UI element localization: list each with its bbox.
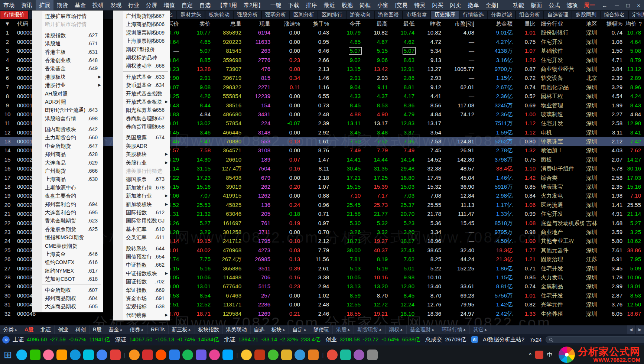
taskbar-app-icon-22[interactable] (308, 350, 319, 360)
menu-item-郑州套利合约[interactable]: 郑州套利合约.694 (32, 200, 103, 208)
menu-item-交叉汇率[interactable]: 交叉汇率.611 (113, 233, 170, 241)
menu-行业[interactable]: 行业 (125, 0, 143, 10)
toolbar-item-分类过滤[interactable]: 分类过滤 (488, 11, 515, 19)
taskbar-app-icon-16[interactable] (222, 350, 233, 360)
menu-item-国证指数[interactable]: 国证指数.702 (113, 277, 170, 286)
menu-简框[interactable]: 简框 (356, 0, 374, 10)
taskbar-app-icon-21[interactable] (295, 350, 305, 360)
taskbar-app-icon-7[interactable] (97, 350, 107, 360)
menu-item-上海商品期权[interactable]: 上海商品期权.606 (113, 20, 170, 28)
menu-item-大连商品期权[interactable]: 大连商品期权.605 (32, 302, 103, 311)
index-summary-上证[interactable]: 上证4096.60-27.59-0.67%11941亿 (13, 336, 110, 343)
column-header-region[interactable]: 地区 (584, 19, 605, 28)
menu-item-上海商品[interactable]: 上海商品.630 (32, 175, 103, 183)
tab-scroll-left[interactable]: ◀ (627, 325, 635, 334)
taskbar-app-icon-19[interactable] (268, 350, 279, 360)
toolbar-item-区间排行[interactable]: 区间排行 (318, 11, 346, 19)
column-header-speed[interactable]: 涨速% (273, 19, 303, 28)
toolbar-item-综合排名[interactable]: 综合排名 (601, 11, 628, 19)
menu-item-开放式基金指数[interactable]: 开放式基金指数 (113, 90, 170, 98)
close-button[interactable]: × (633, 2, 644, 9)
menu-下载[interactable]: 下载 (285, 0, 303, 10)
menu-item-代码镜像[interactable]: 代码镜像▶ (113, 311, 170, 319)
menu-|交易[interactable]: |交易 (392, 0, 411, 10)
menu-item-中金所期权[interactable]: 中金所期权.607 (32, 286, 103, 294)
menu-item-股转系统[interactable]: 股转系统.644 (113, 244, 170, 253)
menu-自选[interactable]: 自选 (196, 0, 214, 10)
column-header-open[interactable]: 今开 (332, 19, 364, 28)
toolbar-item-游资图谱[interactable]: 游资图谱 (375, 11, 402, 19)
tab-创业[interactable]: 创业 (55, 325, 72, 334)
tray-app-icon[interactable] (535, 351, 543, 359)
taskbar-app-icon-3[interactable] (43, 350, 54, 360)
menu-常2用】[interactable]: 常2用】 (240, 0, 267, 10)
menu-【常1用[interactable]: 【常1用 (214, 0, 240, 10)
menu-item-香港主板[interactable]: 香港主板.631 (32, 48, 103, 56)
taskbar-app-icon-25[interactable] (354, 350, 364, 360)
toolbar-item-市场复盘[interactable]: 市场复盘 (403, 11, 430, 19)
menu-选项[interactable]: 选项 (563, 0, 581, 10)
taskbar-app-icon-24[interactable] (340, 350, 351, 360)
menu-公式[interactable]: 公式 (546, 0, 563, 10)
tab-港美联动[interactable]: 港美联动 (223, 325, 251, 334)
menu-股池[interactable]: 股池 (338, 0, 356, 10)
menu-item-港股指数[interactable]: 港股指数.627 (32, 31, 103, 39)
toolbar-item-游资动向[interactable]: 游资动向 (347, 11, 374, 19)
tab-港股[interactable]: 港股▲ (333, 325, 354, 334)
menu-item-期权波动率[interactable]: 期权波动率.668 (113, 62, 170, 70)
tab-科创[interactable]: 科创 (72, 325, 90, 334)
maximize-button[interactable]: □ (622, 2, 633, 9)
menu-item-基本汇率[interactable]: 基本汇率.610 (113, 225, 170, 233)
menu-版面[interactable]: 版面 (528, 0, 546, 10)
column-header-cur[interactable]: 现量 (244, 19, 273, 28)
menu-item-阳光私募基金[interactable]: 阳光私募基金.656 (113, 106, 170, 114)
column-header-industry[interactable]: 细分行业 (539, 19, 584, 28)
tab-其它[interactable]: 其它▲ (470, 325, 491, 334)
menu-item-夜盘主要合约[interactable]: 夜盘主要合约 (32, 192, 103, 200)
menu-item-美股ADR[interactable]: 美股ADR (113, 142, 170, 150)
menu-item-国债预发行[interactable]: 国债预发行.654 (113, 253, 170, 261)
server-status[interactable]: AIAI数据分析主站2 (471, 336, 525, 343)
column-header-sell[interactable]: 卖价 (182, 19, 214, 28)
menu-item-宏观指标[interactable]: 宏观指标.638 (113, 302, 170, 311)
taskbar-app-icon-4[interactable] (56, 350, 67, 360)
menu-item-香港股票期货[interactable]: 香港股票期货.625 (32, 225, 103, 233)
tab-随便玩[interactable]: 随便玩 (310, 325, 333, 334)
taskbar-app-icon-15[interactable] (209, 350, 220, 360)
tab-环球行情[interactable]: 环球行情▲ (438, 325, 470, 334)
menu-item-港股行业[interactable]: 港股行业▶ (32, 81, 103, 89)
taskbar-app-icon-10[interactable] (142, 350, 153, 360)
toolbar-item-强股分析[interactable]: 强股分析 (234, 11, 261, 19)
menu-item-香港基金[interactable]: 香港基金.649 (32, 64, 103, 72)
menu-资讯[interactable]: 资讯 (18, 0, 36, 10)
index-summary-创业[interactable]: 创业3208.58-20.72-0.64%6538亿 (325, 336, 420, 343)
column-header-low[interactable]: 最低 (391, 19, 417, 28)
tab-A股[interactable]: A股 (21, 325, 37, 334)
menu-item-广州期货[interactable]: 广州期货.666 (32, 167, 103, 175)
menu-item-恒指和MSCI期货[interactable]: 恒指和MSCI期货 (32, 233, 103, 241)
menu-item-券商集合理财[interactable]: 券商集合理财.657 (113, 114, 170, 123)
menu-item-华证指数[interactable]: 华证指数.669 (113, 286, 170, 294)
menu-item-美股板块[interactable]: 美股板块▶ (113, 150, 170, 158)
tab-新三板[interactable]: 新三板▲ (169, 325, 195, 334)
toolbar-item-组合分析[interactable]: 组合分析 (516, 11, 543, 19)
tab-REITs[interactable]: REITs (147, 325, 168, 334)
expand-chevron-icon[interactable]: » (2, 336, 10, 344)
menu-item-上海黄金[interactable]: 上海黄金.646 (32, 250, 103, 258)
tab-基金理财[interactable]: 基金理财▲ (407, 325, 438, 334)
menu-特灵[interactable]: 特灵 (411, 0, 429, 10)
menu-增值[interactable]: 增值 (160, 0, 178, 10)
menu-item-纽约NYMEX[interactable]: 纽约NYMEX.617 (32, 267, 103, 275)
toolbar-item-行情筛选[interactable]: 行情筛选 (459, 11, 487, 19)
menu-自定[interactable]: 自定 (178, 0, 196, 10)
menu-item-连接扩展市场行情[interactable]: 连接扩展市场行情 (32, 12, 103, 20)
menu-item-德国股票[interactable]: 德国股票.673 (113, 175, 170, 183)
menu-item-中证指数[interactable]: 中证指数.662 (113, 261, 170, 269)
toolbar-item-多股同列[interactable]: 多股同列 (572, 11, 600, 19)
menu-item-AH股对照[interactable]: AH股对照 (32, 90, 103, 98)
menu-小窗[interactable]: 小窗 (374, 0, 392, 10)
menu-item-美股行业[interactable]: 美股行业▶ (113, 159, 170, 167)
taskbar-app-icon-12[interactable] (169, 350, 180, 360)
menu-撤单[interactable]: 撤单 (465, 0, 482, 10)
menu-item-开放式基金[interactable]: 开放式基金.633 (113, 73, 170, 81)
